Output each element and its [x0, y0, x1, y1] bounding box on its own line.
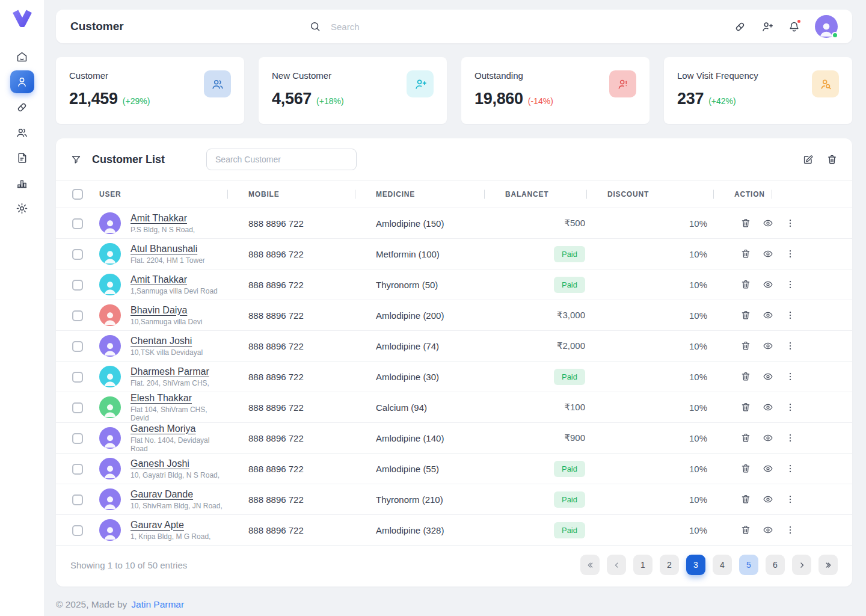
- row-more-button[interactable]: [785, 433, 796, 443]
- row-view-button[interactable]: [763, 463, 773, 474]
- edit-button[interactable]: [802, 154, 814, 165]
- row-checkbox[interactable]: [72, 249, 83, 260]
- site-footer: © 2025, Made byJatin Parmar: [56, 599, 852, 610]
- page-number-6[interactable]: 6: [766, 555, 785, 575]
- row-view-button[interactable]: [763, 218, 773, 229]
- page-number-1[interactable]: 1: [633, 555, 653, 575]
- row-more-button[interactable]: [785, 402, 796, 413]
- select-all-checkbox[interactable]: [72, 189, 83, 200]
- row-checkbox[interactable]: [72, 402, 83, 413]
- profile-avatar[interactable]: [815, 15, 838, 38]
- page-number-5[interactable]: 5: [739, 555, 758, 575]
- global-search-input[interactable]: [331, 22, 511, 32]
- row-view-button[interactable]: [763, 371, 773, 382]
- row-view-button[interactable]: [763, 248, 773, 259]
- row-view-button[interactable]: [763, 402, 773, 413]
- row-view-button[interactable]: [763, 310, 773, 321]
- sidebar-item-home[interactable]: [10, 45, 34, 68]
- row-delete-button[interactable]: [740, 371, 751, 382]
- customer-name-link[interactable]: Elesh Thakkar: [131, 393, 192, 404]
- row-delete-button[interactable]: [740, 218, 751, 229]
- table-row: Atul BhanushaliFlat. 2204, HM 1 Tower888…: [56, 239, 852, 270]
- customer-avatar: [99, 243, 121, 265]
- customer-name-link[interactable]: Atul Bhanushali: [131, 244, 197, 254]
- customer-search-input[interactable]: [206, 149, 357, 170]
- page-first-button[interactable]: [580, 555, 600, 575]
- stat-label: Low Visit Frequency: [677, 70, 758, 81]
- row-checkbox[interactable]: [72, 310, 83, 321]
- add-user-button[interactable]: [761, 20, 773, 33]
- balance-amount: ₹500: [564, 218, 585, 228]
- row-checkbox[interactable]: [72, 218, 83, 229]
- sidebar-item-customer[interactable]: [10, 70, 34, 93]
- row-delete-button[interactable]: [740, 279, 751, 290]
- row-more-button[interactable]: [785, 340, 796, 351]
- row-more-button[interactable]: [785, 371, 796, 382]
- customer-name-link[interactable]: Ganesh Moriya: [131, 424, 196, 434]
- page-next-button[interactable]: [792, 555, 811, 575]
- row-checkbox[interactable]: [72, 525, 83, 536]
- sidebar-item-settings[interactable]: [10, 197, 34, 220]
- row-view-button[interactable]: [763, 525, 773, 535]
- row-more-button[interactable]: [785, 218, 796, 229]
- page-last-button[interactable]: [818, 555, 838, 575]
- row-checkbox[interactable]: [72, 341, 83, 352]
- row-delete-button[interactable]: [740, 310, 751, 321]
- row-checkbox[interactable]: [72, 372, 83, 383]
- page-number-3[interactable]: 3: [686, 555, 705, 575]
- row-delete-button[interactable]: [740, 463, 751, 474]
- column-header-mobile: MOBILE: [227, 181, 355, 208]
- notifications-bell-button[interactable]: [788, 20, 800, 33]
- delete-button[interactable]: [826, 154, 838, 165]
- row-more-button[interactable]: [785, 463, 796, 474]
- row-view-button[interactable]: [763, 340, 773, 351]
- customer-name-link[interactable]: Amit Thakkar: [131, 274, 187, 285]
- customer-name-link[interactable]: Ganesh Joshi: [131, 458, 189, 469]
- row-checkbox[interactable]: [72, 280, 83, 291]
- mobile-cell: 888 8896 722: [227, 331, 355, 362]
- row-delete-button[interactable]: [740, 248, 751, 259]
- filter-button[interactable]: [70, 154, 82, 165]
- row-checkbox[interactable]: [72, 464, 83, 475]
- row-more-button[interactable]: [785, 248, 796, 259]
- customer-list-title: Customer List: [92, 153, 165, 166]
- page-number-2[interactable]: 2: [660, 555, 679, 575]
- row-delete-button[interactable]: [740, 525, 751, 535]
- customer-name-link[interactable]: Amit Thakkar: [131, 213, 187, 224]
- sidebar-item-medicine[interactable]: [10, 96, 34, 119]
- row-delete-button[interactable]: [740, 494, 751, 505]
- customer-name-link[interactable]: Chentan Joshi: [131, 336, 192, 346]
- row-more-button[interactable]: [785, 310, 796, 321]
- row-view-button[interactable]: [763, 279, 773, 290]
- author-link[interactable]: Jatin Parmar: [131, 599, 184, 609]
- row-checkbox[interactable]: [72, 494, 83, 505]
- customer-name-link[interactable]: Gaurav Dande: [131, 489, 193, 500]
- row-more-button[interactable]: [785, 279, 796, 290]
- sidebar-item-customers[interactable]: [10, 121, 34, 144]
- row-delete-button[interactable]: [740, 340, 751, 351]
- customer-avatar: [99, 304, 121, 326]
- row-more-button[interactable]: [785, 525, 796, 535]
- customer-address: 1, Kripa Bldg, M G Road,: [131, 532, 210, 541]
- medicine-pill-button[interactable]: [734, 20, 746, 33]
- customer-list-header: Customer List: [56, 138, 852, 180]
- customer-address: 1,Sanmuga villa Devi Road: [131, 287, 218, 295]
- paid-badge: Paid: [554, 277, 585, 293]
- page-number-4[interactable]: 4: [713, 555, 732, 575]
- customer-name-link[interactable]: Bhavin Daiya: [131, 305, 187, 316]
- row-checkbox[interactable]: [72, 433, 83, 444]
- row-delete-button[interactable]: [740, 402, 751, 413]
- sidebar-item-analytics[interactable]: [10, 171, 34, 194]
- row-delete-button[interactable]: [740, 433, 751, 443]
- copyright-text: © 2025, Made by: [56, 599, 127, 609]
- row-more-button[interactable]: [785, 494, 796, 505]
- customer-name-link[interactable]: Gaurav Apte: [131, 520, 184, 531]
- page-prev-button[interactable]: [607, 555, 626, 575]
- medicine-cell: Thyronorm (50): [355, 270, 484, 300]
- row-view-button[interactable]: [763, 494, 773, 505]
- sidebar-item-documents[interactable]: [10, 146, 34, 169]
- balance-cell: Paid: [484, 515, 586, 546]
- row-view-button[interactable]: [763, 433, 773, 443]
- customer-name-link[interactable]: Dharmesh Parmar: [131, 366, 209, 377]
- medicine-cell: Calcium (94): [355, 392, 484, 423]
